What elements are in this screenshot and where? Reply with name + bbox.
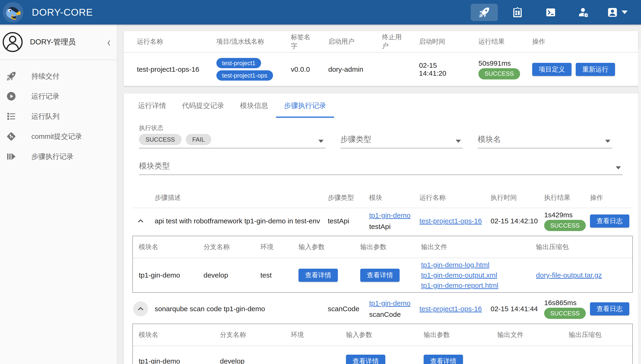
project-definition-button[interactable]: 项目定义 [532, 63, 571, 76]
filter-placeholder: 步骤类型 [340, 134, 371, 148]
filter-placeholder: 模块名 [478, 134, 501, 148]
view-log-button[interactable]: 查看日志 [590, 302, 629, 316]
chevron-down-icon [456, 140, 461, 143]
column-header: 步骤描述 [149, 193, 322, 202]
module-step: testApi [369, 223, 412, 230]
step-row: api test with robotframework tp1-gin-dem… [132, 208, 633, 234]
tab-step-history[interactable]: 步骤执行记录 [276, 94, 334, 118]
tab-module-info[interactable]: 模块信息 [232, 94, 276, 118]
nav-projects-button[interactable] [504, 4, 531, 21]
module-link[interactable]: tp1-gin-demo [369, 299, 412, 307]
run-duration: 50s991ms [478, 59, 511, 67]
collapse-row-button[interactable] [133, 214, 148, 228]
list-icon [6, 111, 16, 122]
nav-console-button[interactable] [537, 4, 564, 21]
tag-name: v0.0.0 [278, 66, 315, 73]
sidebar-item-step-history[interactable]: 步骤执行记录 [0, 146, 117, 166]
column-header: 分支名称 [198, 242, 255, 252]
filter-chip-success[interactable]: SUCCESS [139, 134, 181, 145]
rerun-button[interactable]: 重新运行 [576, 63, 615, 76]
view-input-params-button[interactable]: 查看详情 [346, 355, 385, 364]
sidebar-item-label: 步骤执行记录 [31, 152, 73, 162]
step-description: sonarqube scan code tp1-gin-demo [149, 305, 322, 313]
sidebar: DORY-管理员 ‹ 持续交付 运行记录 运行队列 [0, 24, 117, 364]
filter-exec-status[interactable]: 执行状态 SUCCESS FAIL [139, 124, 325, 148]
sidebar-item-label: 运行记录 [31, 92, 59, 101]
filter-step-type[interactable]: 步骤类型 [340, 124, 463, 148]
step-duration: 1s429ms [544, 211, 573, 219]
module-name: tp1-gin-demo [133, 271, 198, 279]
column-header: 模块名 [133, 242, 198, 252]
sidebar-item-label: 运行队列 [31, 112, 59, 121]
sidebar-item-run-queue[interactable]: 运行队列 [0, 106, 117, 126]
chevron-up-icon [136, 216, 145, 226]
play-circle-icon [6, 91, 16, 102]
output-file-link[interactable]: tp1-gin-demo-report.html [421, 282, 530, 290]
run-row: test-project1-ops-16 test-project1 test-… [124, 52, 638, 86]
run-name: test-project1-ops-16 [124, 66, 203, 73]
sidebar-item-commit-history[interactable]: commit提交记录 [0, 126, 117, 146]
column-header: 模块 [362, 193, 412, 202]
column-header: 环境 [285, 330, 340, 339]
output-archive-link[interactable]: dory-file-output.tar.gz [536, 271, 602, 279]
sidebar-item-continuous-delivery[interactable]: 持续交付 [0, 66, 117, 86]
rocket-icon [478, 6, 490, 18]
exec-time: 02-15 14:42:10 [485, 217, 538, 225]
status-badge: SUCCESS [544, 308, 586, 319]
tab-bar: 运行详情 代码提交记录 模块信息 步骤执行记录 [124, 94, 638, 118]
step-detail-row: tp1-gin-demo develop 查看详情 查看详情 [133, 346, 632, 364]
run-summary-card: 运行名称 项目/流水线名称 标签名字 启动用户 终止用户 启动时间 运行结果 操… [124, 31, 638, 86]
branch-name: develop [198, 271, 255, 279]
branch-name: develop [214, 357, 285, 364]
column-header: 输出文件 [415, 242, 530, 252]
filter-module-name[interactable]: 模块名 [478, 124, 612, 148]
sidebar-collapse-button[interactable]: ‹ [107, 35, 110, 50]
dory-fish-icon [3, 2, 23, 23]
tab-code-commits[interactable]: 代码提交记录 [174, 94, 232, 118]
filter-label: 执行状态 [139, 124, 325, 132]
run-name-link[interactable]: test-project1-ops-16 [419, 217, 482, 225]
column-header: 环境 [255, 242, 293, 252]
column-header: 输出参数 [354, 242, 415, 252]
sidebar-item-run-history[interactable]: 运行记录 [0, 86, 117, 106]
start-time: 02-15 14:41:20 [406, 62, 465, 77]
git-icon [6, 131, 16, 142]
step-detail-table: 模块名 分支名称 环境 输入参数 输出参数 输出文件 输出压缩包 tp1-gin… [132, 236, 633, 293]
column-header: 输出压缩包 [563, 330, 632, 339]
output-file-link[interactable]: tp1-gin-demo-log.html [421, 261, 530, 269]
chevron-down-icon [621, 10, 628, 14]
chevron-down-icon [318, 140, 324, 143]
view-log-button[interactable]: 查看日志 [590, 214, 629, 228]
pipeline-tag: test-project1-ops [217, 70, 273, 80]
terminal-icon [545, 6, 557, 18]
filter-chip-fail[interactable]: FAIL [186, 134, 211, 145]
view-output-params-button[interactable]: 查看详情 [360, 269, 399, 282]
run-name-link[interactable]: test-project1-ops-16 [419, 305, 482, 312]
module-link[interactable]: tp1-gin-demo [369, 212, 412, 220]
scrollbar[interactable] [638, 49, 641, 364]
column-header: 输出压缩包 [530, 242, 632, 252]
column-header: 输入参数 [340, 330, 418, 339]
account-menu-button[interactable] [603, 4, 631, 21]
tab-run-detail[interactable]: 运行详情 [130, 94, 174, 118]
avatar [2, 31, 23, 53]
column-header: 输入参数 [293, 242, 354, 252]
column-header: 项目/流水线名称 [203, 37, 278, 46]
view-input-params-button[interactable]: 查看详情 [299, 269, 338, 282]
chevron-down-icon [616, 166, 621, 170]
view-output-params-button[interactable]: 查看详情 [424, 355, 463, 364]
column-header: 模块名 [133, 330, 214, 339]
column-header: 运行名称 [124, 37, 203, 46]
exec-time: 02-15 14:41:44 [485, 305, 538, 313]
collapse-row-button[interactable] [133, 302, 148, 316]
output-file-link[interactable]: tp1-gin-demo-output.xml [421, 271, 530, 279]
step-description: api test with robotframework tp1-gin-dem… [149, 217, 322, 225]
column-header: 执行结果 [538, 193, 584, 202]
nav-pipeline-button[interactable] [471, 4, 498, 21]
app-logo [3, 2, 23, 23]
step-type: testApi [322, 217, 362, 225]
nav-admin-button[interactable] [570, 4, 597, 21]
account-box-icon [607, 6, 618, 18]
column-header: 分支名称 [214, 330, 285, 339]
filter-module-type[interactable]: 模块类型 [139, 154, 623, 175]
